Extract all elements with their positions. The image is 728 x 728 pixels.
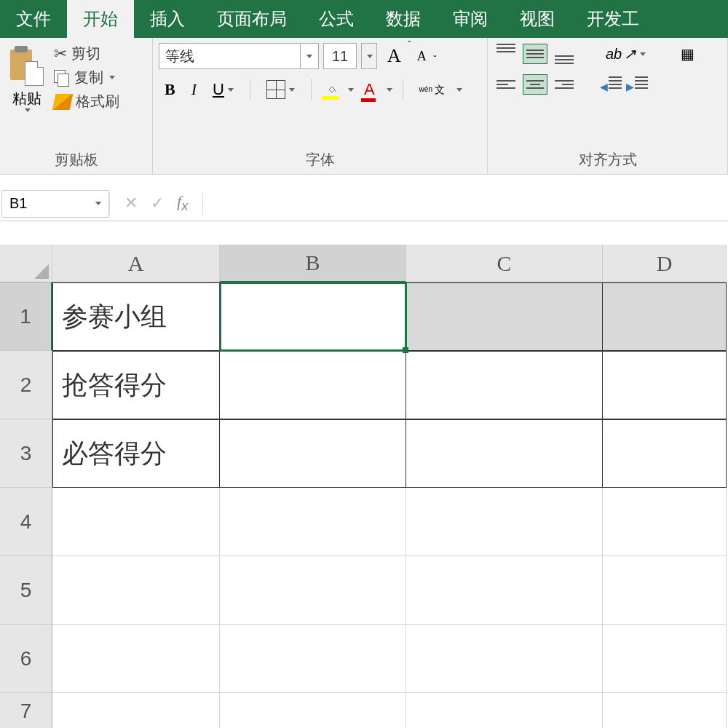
cell-D5[interactable] [603, 556, 727, 625]
scissors-icon: ✂ [54, 44, 67, 63]
paste-icon [10, 45, 44, 86]
formula-bar: B1 ✕ ✓ fx [0, 186, 728, 221]
cell-D2[interactable] [603, 351, 727, 419]
cell-A1[interactable]: 参赛小组 [52, 282, 220, 351]
enter-icon[interactable]: ✓ [151, 194, 164, 213]
cell-B6[interactable] [220, 625, 406, 693]
italic-button[interactable]: I [186, 77, 202, 102]
align-center-button[interactable] [523, 74, 547, 95]
align-left-button[interactable] [494, 74, 518, 95]
border-button[interactable] [261, 77, 301, 102]
cell-A7[interactable] [52, 693, 220, 728]
bucket-icon [328, 82, 336, 97]
cell-B5[interactable] [220, 556, 406, 625]
cell-A2[interactable]: 抢答得分 [52, 351, 220, 419]
border-icon [266, 80, 285, 99]
cell-A4[interactable] [52, 488, 220, 556]
row-header-2[interactable]: 2 [0, 351, 52, 419]
decrease-font-size-button[interactable] [411, 46, 432, 67]
orientation-button[interactable]: ab↗ [600, 42, 652, 66]
row-header-3[interactable]: 3 [0, 419, 52, 488]
phonetic-guide-button[interactable]: wén 文 [414, 82, 451, 98]
paste-button[interactable]: 粘贴 [6, 42, 48, 115]
align-top-button[interactable] [494, 44, 518, 64]
align-right-button[interactable] [552, 74, 577, 95]
formula-input[interactable] [203, 190, 728, 218]
cell-A6[interactable] [52, 625, 220, 693]
copy-icon [54, 70, 70, 86]
cell-B4[interactable] [220, 488, 406, 556]
cell-B2[interactable] [220, 351, 406, 419]
increase-indent-button[interactable]: ▶ [626, 75, 648, 94]
name-box-value: B1 [9, 195, 27, 212]
name-box[interactable]: B1 [1, 190, 109, 218]
group-clipboard: 粘贴 ✂ 剪切 复制 格式刷 剪贴板 [0, 38, 153, 174]
cut-button[interactable]: ✂ 剪切 [54, 44, 119, 63]
group-label-alignment: 对齐方式 [494, 147, 721, 174]
copy-button[interactable]: 复制 [54, 68, 119, 87]
tab-view[interactable]: 视图 [504, 0, 571, 38]
fx-icon[interactable]: fx [177, 192, 188, 214]
paste-label: 粘贴 [12, 89, 41, 108]
cell-A5[interactable] [52, 556, 220, 625]
cut-label: 剪切 [71, 44, 100, 63]
format-painter-button[interactable]: 格式刷 [54, 92, 119, 111]
font-color-button[interactable]: A [358, 77, 381, 102]
wrap-text-button[interactable]: ▦ [675, 42, 700, 66]
fill-color-button[interactable] [322, 79, 342, 100]
tab-developer[interactable]: 开发工 [571, 0, 655, 38]
select-all-corner[interactable] [0, 245, 52, 282]
row-header-6[interactable]: 6 [0, 625, 52, 693]
align-bottom-button[interactable] [552, 44, 577, 64]
fill-color-dropdown[interactable] [348, 88, 354, 92]
cell-C2[interactable] [406, 351, 603, 419]
format-painter-label: 格式刷 [76, 92, 119, 111]
cancel-icon[interactable]: ✕ [124, 194, 138, 213]
align-middle-button[interactable] [523, 44, 547, 64]
cell-C4[interactable] [406, 488, 603, 556]
cell-B7[interactable] [220, 693, 406, 728]
separator [403, 79, 403, 100]
cell-B1[interactable] [220, 282, 406, 351]
bold-button[interactable]: B [159, 77, 181, 102]
tab-page-layout[interactable]: 页面布局 [201, 0, 303, 38]
underline-button[interactable]: U [207, 77, 240, 102]
cell-D3[interactable] [603, 419, 727, 488]
tab-data[interactable]: 数据 [370, 0, 437, 38]
cell-D1[interactable] [603, 282, 727, 351]
column-header-C[interactable]: C [406, 245, 603, 282]
cell-D7[interactable] [603, 693, 727, 728]
font-size-value: 11 [332, 48, 348, 65]
font-name-combo[interactable]: 等线 [159, 43, 319, 69]
font-color-dropdown[interactable] [387, 88, 392, 92]
decrease-indent-button[interactable]: ◀ [600, 75, 622, 94]
cell-C1[interactable] [406, 282, 603, 351]
cell-C6[interactable] [406, 625, 603, 693]
column-header-D[interactable]: D [603, 245, 727, 282]
cell-D4[interactable] [603, 488, 727, 556]
font-size-combo[interactable]: 11 [323, 43, 357, 69]
cell-B3[interactable] [220, 419, 406, 488]
row-header-5[interactable]: 5 [0, 556, 52, 625]
cell-D6[interactable] [603, 625, 727, 693]
column-header-B[interactable]: B [220, 245, 406, 282]
format-painter-icon [52, 94, 74, 110]
worksheet-grid: A B C D 1 参赛小组 2 抢答得分 3 必答得分 4 5 [0, 245, 728, 728]
row-header-7[interactable]: 7 [0, 693, 52, 728]
row-header-4[interactable]: 4 [0, 488, 52, 556]
row-header-1[interactable]: 1 [0, 282, 52, 351]
group-alignment: ab↗ ▦ ◀ ▶ 对齐方式 [488, 38, 728, 174]
fill-handle[interactable] [403, 347, 408, 353]
tab-review[interactable]: 审阅 [437, 0, 504, 38]
tab-home[interactable]: 开始 [67, 0, 134, 38]
column-header-A[interactable]: A [52, 245, 220, 282]
tab-insert[interactable]: 插入 [134, 0, 201, 38]
font-size-dropdown[interactable] [361, 43, 377, 69]
increase-font-size-button[interactable] [381, 42, 407, 70]
cell-C3[interactable] [406, 419, 603, 488]
tab-formulas[interactable]: 公式 [303, 0, 370, 38]
cell-A3[interactable]: 必答得分 [52, 419, 220, 488]
tab-file[interactable]: 文件 [0, 0, 67, 38]
cell-C5[interactable] [406, 556, 603, 625]
cell-C7[interactable] [406, 693, 603, 728]
